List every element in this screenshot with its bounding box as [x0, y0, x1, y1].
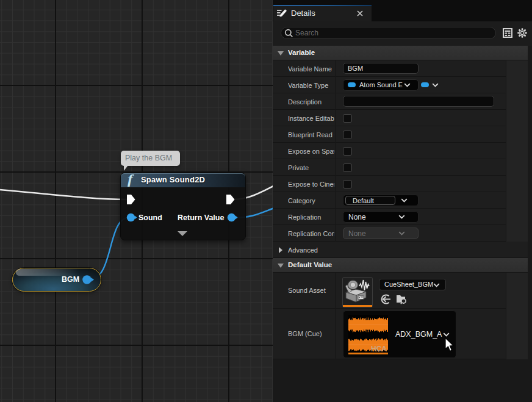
svg-text:HCA: HCA: [371, 345, 387, 353]
